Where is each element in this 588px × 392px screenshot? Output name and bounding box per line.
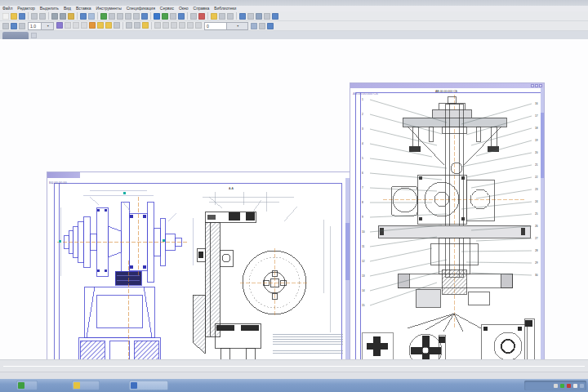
g1-icon[interactable] bbox=[154, 22, 161, 29]
g4-icon[interactable] bbox=[179, 22, 185, 29]
state-3-icon[interactable] bbox=[81, 22, 87, 29]
kompas-app-icon bbox=[18, 382, 24, 389]
layer-settings-icon[interactable] bbox=[267, 23, 274, 29]
g2-icon[interactable] bbox=[163, 22, 169, 29]
taskbar-button-kompas[interactable] bbox=[16, 381, 38, 390]
properties-icon[interactable] bbox=[272, 13, 278, 20]
current-layer-icon[interactable] bbox=[56, 22, 63, 29]
layer-states-icon[interactable] bbox=[259, 23, 265, 29]
taskbar bbox=[0, 379, 588, 392]
menu-help[interactable]: Справка bbox=[191, 6, 212, 11]
snaps-icon[interactable] bbox=[178, 13, 185, 20]
taskbar-button-active-document[interactable] bbox=[129, 381, 168, 390]
document-window-detail-drawing[interactable]: А-А БЧ.00.00.00 БЧ.00.00.00 bbox=[47, 172, 350, 385]
specification-icon[interactable] bbox=[219, 13, 225, 20]
doc-params-icon[interactable] bbox=[2, 23, 9, 29]
copy-icon[interactable] bbox=[60, 13, 66, 20]
new-doc-icon[interactable] bbox=[2, 13, 9, 20]
document-window-assembly-drawing[interactable]: 123456789101112131415 161718192021222324… bbox=[350, 82, 545, 383]
tray-status-red-icon[interactable] bbox=[567, 384, 571, 388]
title-bar: КОМПАС-3D V13 - [Чертеж БЧ.00.00.00] bbox=[0, 0, 588, 6]
prev-view-icon[interactable] bbox=[141, 13, 148, 20]
menu-insert[interactable]: Вставка bbox=[74, 6, 94, 11]
zoom-in-icon[interactable] bbox=[117, 13, 123, 20]
toolbar-separator bbox=[151, 22, 152, 29]
taskbar-button-folder[interactable] bbox=[72, 381, 100, 390]
paste-icon[interactable] bbox=[68, 13, 74, 20]
menu-editor[interactable]: Редактор bbox=[15, 6, 38, 11]
menu-specification[interactable]: Спецификация bbox=[124, 6, 158, 11]
menu-file[interactable]: Файл bbox=[0, 6, 15, 11]
measure-icon[interactable] bbox=[89, 22, 96, 29]
scale-combo[interactable]: 1.0▾ bbox=[28, 22, 54, 30]
ortho-icon[interactable] bbox=[170, 13, 176, 20]
show-all-icon[interactable] bbox=[154, 13, 160, 20]
toolbar-separator bbox=[150, 12, 151, 20]
g3-icon[interactable] bbox=[171, 22, 177, 29]
sheet-format-icon[interactable] bbox=[11, 23, 17, 29]
undo-icon[interactable] bbox=[80, 13, 87, 20]
menu-tools[interactable]: Инструменты bbox=[94, 6, 124, 11]
chevron-down-icon[interactable]: ▾ bbox=[226, 23, 248, 29]
g5-icon[interactable] bbox=[187, 22, 194, 29]
print-icon[interactable] bbox=[31, 13, 38, 20]
close-icon[interactable] bbox=[539, 84, 542, 87]
update-window-icon[interactable] bbox=[264, 13, 270, 20]
layer-combo[interactable]: 0▾ bbox=[204, 22, 248, 30]
help-icon[interactable] bbox=[239, 13, 246, 20]
g6-icon[interactable] bbox=[195, 22, 202, 29]
snap-setup-icon[interactable] bbox=[114, 22, 120, 29]
line-style-icon[interactable] bbox=[198, 13, 205, 20]
state-1-icon[interactable] bbox=[65, 22, 71, 29]
local-grid-icon[interactable] bbox=[105, 22, 112, 29]
library-manager-icon[interactable] bbox=[211, 13, 217, 20]
menu-service[interactable]: Сервис bbox=[158, 6, 176, 11]
menu-libraries[interactable]: Библиотеки bbox=[212, 6, 238, 11]
menu-select[interactable]: Выделить bbox=[38, 6, 61, 11]
tray-icon[interactable] bbox=[573, 384, 577, 388]
vertical-scrollbar[interactable] bbox=[541, 88, 545, 383]
point-input-icon[interactable] bbox=[97, 22, 104, 29]
toolbar-separator bbox=[236, 12, 237, 20]
left-window-caption-text: БЧ.00.00.00 bbox=[47, 180, 67, 185]
round-off-icon[interactable] bbox=[142, 22, 149, 29]
scale-icon[interactable] bbox=[19, 23, 25, 29]
zoom-out-icon[interactable] bbox=[125, 13, 131, 20]
grid-icon[interactable] bbox=[162, 13, 168, 20]
standard-toolbar bbox=[0, 11, 588, 21]
minimize-icon[interactable] bbox=[531, 84, 534, 87]
what-is-icon[interactable] bbox=[256, 13, 262, 20]
tab-drawing[interactable]: Чертеж bbox=[2, 32, 29, 39]
pan-icon[interactable] bbox=[133, 13, 140, 20]
rebuild-icon[interactable] bbox=[100, 13, 107, 20]
scroll-thumb[interactable] bbox=[541, 113, 545, 178]
technical-notes bbox=[273, 332, 343, 355]
redo-icon[interactable] bbox=[88, 13, 95, 20]
right-window-caption[interactable]: АВ.00.00.000 СБ bbox=[350, 83, 544, 88]
tray-icon[interactable] bbox=[580, 384, 584, 388]
menu-window[interactable]: Окно bbox=[176, 6, 191, 11]
context-help-icon[interactable] bbox=[247, 13, 254, 20]
layers-icon[interactable] bbox=[190, 13, 197, 20]
chevron-down-icon[interactable]: ▾ bbox=[41, 23, 54, 29]
preview-icon[interactable] bbox=[39, 13, 46, 20]
folder-icon bbox=[74, 382, 80, 389]
variables-icon[interactable] bbox=[227, 13, 234, 20]
right-window-caption-text: АВ.00.00.000 СБ bbox=[350, 91, 378, 96]
assembly-sheet-label: АВ.00.00.000 СБ bbox=[435, 89, 457, 92]
state-2-icon[interactable] bbox=[73, 22, 79, 29]
menu-view[interactable]: Вид bbox=[61, 6, 74, 11]
cursor-step-icon[interactable] bbox=[134, 22, 140, 29]
left-window-caption[interactable]: БЧ.00.00.00 bbox=[47, 172, 80, 178]
tray-status-green-icon[interactable] bbox=[560, 384, 564, 388]
save-icon[interactable] bbox=[19, 13, 25, 20]
tab-list-button[interactable] bbox=[31, 33, 37, 38]
cut-icon[interactable] bbox=[51, 13, 58, 20]
angle-icon[interactable] bbox=[126, 22, 132, 29]
open-icon[interactable] bbox=[11, 13, 17, 20]
maximize-icon[interactable] bbox=[535, 84, 538, 87]
toolbar-separator bbox=[77, 12, 78, 20]
zoom-window-icon[interactable] bbox=[109, 13, 115, 20]
tray-icon[interactable] bbox=[554, 384, 558, 388]
layer-list-icon[interactable] bbox=[251, 23, 257, 29]
